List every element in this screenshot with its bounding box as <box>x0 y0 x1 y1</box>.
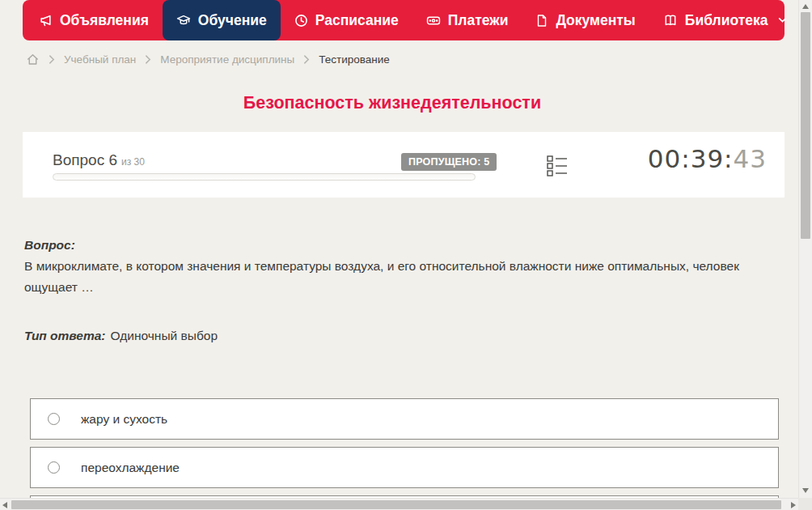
answer-option-1[interactable]: жару и сухость <box>30 398 779 440</box>
answer-options: жару и сухость переохлаждение <box>30 398 779 510</box>
megaphone-icon <box>39 14 53 28</box>
nav-item-label: Расписание <box>315 12 399 29</box>
question-number-label: Вопрос 6 <box>53 151 117 168</box>
breadcrumb-separator-icon <box>49 55 55 64</box>
question-list-icon <box>547 165 568 179</box>
home-icon[interactable] <box>26 53 40 66</box>
question-text: В микроклимате, в котором значения и тем… <box>24 256 772 298</box>
chevron-down-icon <box>778 17 787 23</box>
nav-item-documents[interactable]: Документы <box>522 0 649 40</box>
open-book-icon <box>663 14 678 28</box>
horizontal-scrollbar-thumb[interactable] <box>11 500 781 509</box>
timer-hours-minutes: 00:39: <box>648 144 734 173</box>
scroll-down-arrow-icon[interactable] <box>802 488 809 493</box>
question-number: Вопрос 6из 30 <box>53 151 145 169</box>
document-icon <box>535 14 548 28</box>
breadcrumb-study-plan[interactable]: Учебный план <box>64 53 136 66</box>
graduation-cap-icon <box>176 14 191 28</box>
nav-item-learning[interactable]: Обучение <box>163 0 281 40</box>
skipped-badge: ПРОПУЩЕНО: 5 <box>401 153 497 171</box>
nav-item-label: Объявления <box>60 12 149 29</box>
question-prompt-label: Вопрос: <box>24 235 772 256</box>
horizontal-scrollbar[interactable] <box>0 498 798 510</box>
nav-item-label: Обучение <box>198 12 267 29</box>
radio-button[interactable] <box>48 461 60 474</box>
page-title: Безопасность жизнедеятельности <box>0 93 785 113</box>
nav-item-payments[interactable]: Платежи <box>412 0 522 40</box>
vertical-scrollbar-thumb[interactable] <box>801 12 810 239</box>
breadcrumb-separator-icon <box>145 55 151 64</box>
scroll-up-arrow-icon[interactable] <box>802 4 809 9</box>
nav-item-label: Библиотека <box>685 12 768 29</box>
quiz-timer: 00:39:43 <box>648 144 767 173</box>
quiz-header-card: Вопрос 6из 30 ПРОПУЩЕНО: 5 00:39:43 <box>23 132 785 198</box>
question-list-button[interactable] <box>547 155 568 180</box>
radio-button[interactable] <box>48 413 60 425</box>
clock-icon <box>294 14 308 28</box>
nav-item-announcements[interactable]: Объявления <box>25 0 163 40</box>
nav-item-label: Документы <box>556 12 635 29</box>
nav-item-library[interactable]: Библиотека <box>649 0 801 40</box>
answer-type-block: Тип ответа:Одиночный выбор <box>24 325 218 346</box>
quiz-progress-bar <box>53 173 476 181</box>
breadcrumb-separator-icon <box>303 55 310 64</box>
answer-type-label: Тип ответа: <box>24 329 106 342</box>
banknote-icon <box>426 14 441 28</box>
breadcrumb: Учебный план Мероприятие дисциплины Тест… <box>26 50 390 68</box>
breadcrumb-testing: Тестирование <box>319 53 390 66</box>
breadcrumb-discipline-event[interactable]: Мероприятие дисциплины <box>160 53 294 66</box>
main-navbar: Объявления Обучение Расписание Платежи Д… <box>23 0 785 40</box>
answer-option-label: переохлаждение <box>81 461 180 475</box>
answer-type-value: Одиночный выбор <box>111 329 218 342</box>
vertical-scrollbar[interactable] <box>798 0 812 498</box>
timer-seconds: 43 <box>734 144 767 173</box>
scroll-right-arrow-icon[interactable] <box>791 502 796 508</box>
scroll-left-arrow-icon[interactable] <box>2 502 7 508</box>
nav-item-label: Платежи <box>448 12 509 29</box>
answer-option-label: жару и сухость <box>81 412 167 427</box>
nav-item-schedule[interactable]: Расписание <box>281 0 412 40</box>
question-block: Вопрос: В микроклимате, в котором значен… <box>24 235 772 298</box>
question-total: из 30 <box>121 156 145 168</box>
answer-option-2[interactable]: переохлаждение <box>30 447 779 488</box>
scrollbar-corner <box>798 498 812 510</box>
